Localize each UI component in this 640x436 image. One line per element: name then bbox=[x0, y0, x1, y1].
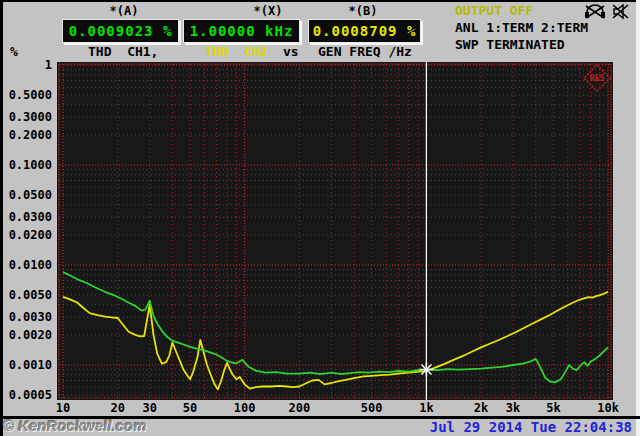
y-tick-label: 0.0020 bbox=[2, 328, 52, 342]
y-tick-label: 0.0030 bbox=[2, 310, 52, 324]
marker-b-label: *(B) bbox=[323, 4, 403, 18]
x-tick-label: 200 bbox=[275, 401, 323, 415]
y-unit-label: % bbox=[10, 44, 18, 59]
headphones-muted-icon bbox=[584, 3, 607, 20]
speaker-muted-icon bbox=[611, 3, 631, 20]
sweep-status: SWP TERMINATED bbox=[455, 37, 565, 52]
y-tick-label: 0.0050 bbox=[2, 288, 52, 302]
thd-plot-svg bbox=[57, 62, 613, 400]
y-tick-label: 0.3000 bbox=[2, 110, 52, 124]
marker-a-label: *(A) bbox=[84, 4, 164, 18]
x-tick-label: 50 bbox=[166, 401, 214, 415]
y-tick-label: 0.1000 bbox=[2, 158, 52, 172]
marker-x-label: *(X) bbox=[228, 4, 308, 18]
y-tick-label: 0.0500 bbox=[2, 188, 52, 202]
x-tick-label: 1k bbox=[402, 401, 450, 415]
rs-logo: R&S bbox=[582, 63, 612, 95]
readout-a-thd-ch1: 0.0009023 % bbox=[62, 19, 179, 43]
y-tick-label: 0.2000 bbox=[2, 128, 52, 142]
x-tick-label: 500 bbox=[348, 401, 396, 415]
y-tick-label: 0.0200 bbox=[2, 228, 52, 242]
watermark: © KenRockwell.com bbox=[3, 417, 147, 434]
x-tick-label: 100 bbox=[221, 401, 269, 415]
screen-border-top bbox=[0, 0, 640, 2]
screen-border-right bbox=[636, 0, 640, 436]
trace2-label: THD CH2 bbox=[205, 44, 268, 59]
readout-x-frequency: 1.00000 kHz bbox=[183, 19, 300, 43]
x-tick-label: 10k bbox=[584, 401, 632, 415]
y-tick-label: 0.0005 bbox=[2, 388, 52, 402]
y-tick-label: 1 bbox=[2, 58, 52, 72]
x-tick-label: 5k bbox=[529, 401, 577, 415]
timestamp: Jul 29 2014 Tue 22:04:38 bbox=[430, 419, 632, 435]
x-tick-label: 10 bbox=[39, 401, 87, 415]
y-tick-label: 0.0010 bbox=[2, 358, 52, 372]
trace1-label: THD CH1, bbox=[88, 44, 158, 59]
output-off-status: OUTPUT OFF bbox=[455, 3, 533, 18]
svg-text:R&S: R&S bbox=[590, 74, 605, 83]
cursor-marker bbox=[419, 362, 433, 376]
y-tick-label: 0.0100 bbox=[2, 258, 52, 272]
x-axis-title: GEN FREQ /Hz bbox=[318, 44, 412, 59]
vs-label: vs bbox=[283, 44, 299, 59]
thd-plot-area bbox=[57, 62, 613, 400]
readout-b-thd-ch2: 0.0008709 % bbox=[308, 19, 421, 43]
y-tick-label: 0.0300 bbox=[2, 210, 52, 224]
analyzer-status: ANL 1:TERM 2:TERM bbox=[455, 20, 588, 35]
y-tick-label: 0.5000 bbox=[2, 88, 52, 102]
analyzer-screen: { "header": { "marker_a": "*(A)", "marke… bbox=[0, 0, 640, 436]
